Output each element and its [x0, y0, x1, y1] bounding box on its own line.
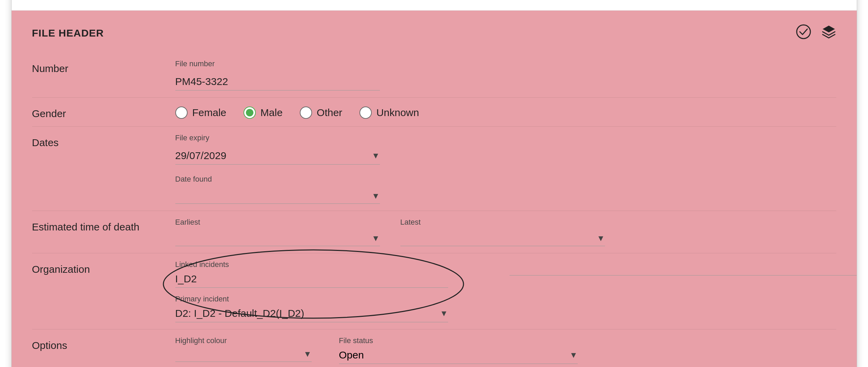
gender-unknown-option[interactable]: Unknown [359, 107, 419, 119]
latest-dropdown-arrow[interactable]: ▼ [597, 234, 605, 243]
gender-other-radio[interactable] [300, 107, 312, 119]
options-fields: Highlight colour ▼ File status Open ▼ [175, 336, 836, 364]
gender-other-label: Other [317, 107, 342, 118]
svg-point-0 [797, 25, 810, 39]
date-found-label: Date found [175, 175, 836, 184]
earliest-label: Earliest [175, 218, 380, 227]
etd-row: Estimated time of death Earliest ▼ Lates… [32, 211, 836, 253]
earliest-dropdown-arrow[interactable]: ▼ [372, 234, 380, 243]
etd-content: Earliest ▼ Latest ▼ [175, 218, 836, 246]
primary-incident-value[interactable]: D2: I_D2 - Default_D2(I_D2) ▼ [175, 305, 448, 322]
organization-row: Organization Linked incidents I_D2 [32, 253, 836, 329]
date-found-dropdown-arrow[interactable]: ▼ [372, 191, 380, 201]
options-label: Options [32, 336, 175, 351]
dates-content: File expiry 29/07/2029 ▼ Date found ▼ [175, 133, 836, 204]
linked-incidents-field: Linked incidents I_D2 [175, 260, 482, 288]
etd-label: Estimated time of death [32, 218, 175, 233]
primary-incident-text: D2: I_D2 - Default_D2(I_D2) [175, 308, 305, 319]
earliest-value[interactable]: ▼ [175, 231, 380, 246]
file-status-label: File status [339, 336, 578, 345]
expiry-dropdown-arrow[interactable]: ▼ [372, 151, 380, 160]
section-title: FILE HEADER [32, 27, 104, 39]
file-expiry-value[interactable]: 29/07/2029 ▼ [175, 147, 380, 165]
number-label: Number [32, 59, 175, 74]
form-rows: Number File number PM45-3322 Gender Fema… [32, 53, 836, 367]
gender-male-radio[interactable] [244, 107, 256, 119]
highlight-label: Highlight colour [175, 336, 312, 345]
gender-row: Gender Female Male Other [32, 98, 836, 127]
file-status-value[interactable]: Open ▼ [339, 347, 578, 364]
section-icons [796, 24, 836, 42]
number-content: File number PM45-3322 [175, 59, 836, 90]
section-header: FILE HEADER [32, 24, 836, 42]
organization-label: Organization [32, 260, 175, 275]
expiry-text: 29/07/2029 [175, 150, 226, 161]
gender-content: Female Male Other Unknown [175, 104, 836, 119]
gender-label: Gender [32, 104, 175, 119]
gender-female-option[interactable]: Female [175, 107, 226, 119]
gender-unknown-radio[interactable] [359, 107, 372, 119]
status-dropdown-arrow[interactable]: ▼ [570, 350, 578, 360]
highlight-field: Highlight colour ▼ [175, 336, 312, 362]
options-content: Highlight colour ▼ File status Open ▼ [175, 336, 836, 364]
file-status-text: Open [339, 349, 364, 361]
file-number-label: File number [175, 59, 836, 68]
modal-body: FILE HEADER [12, 11, 857, 367]
modal-title: Edit field File Information [28, 0, 171, 0]
earliest-field: Earliest ▼ [175, 218, 380, 246]
linked-incidents-label: Linked incidents [175, 260, 482, 269]
dates-row: Dates File expiry 29/07/2029 ▼ Date foun… [32, 127, 836, 211]
gender-other-option[interactable]: Other [300, 107, 342, 119]
latest-label: Latest [400, 218, 605, 227]
primary-incident-label: Primary incident [175, 295, 482, 304]
primary-incident-arrow[interactable]: ▼ [440, 309, 448, 318]
gender-female-label: Female [192, 107, 226, 118]
file-number-value[interactable]: PM45-3322 [175, 73, 380, 90]
edit-modal: Edit field File Information × FILE HEADE… [11, 0, 857, 367]
file-status-field: File status Open ▼ [339, 336, 578, 364]
dates-label: Dates [32, 133, 175, 149]
gender-unknown-label: Unknown [377, 107, 419, 118]
linked-incidents-value[interactable]: I_D2 [175, 270, 448, 288]
gender-female-radio[interactable] [175, 107, 188, 119]
org-dropdown[interactable]: ▼ [510, 260, 857, 276]
latest-value[interactable]: ▼ [400, 231, 605, 246]
layers-icon[interactable] [821, 24, 836, 42]
close-button[interactable]: × [832, 0, 840, 1]
check-icon[interactable] [796, 24, 811, 42]
modal-header: Edit field File Information × [12, 0, 857, 11]
gender-radio-group: Female Male Other Unknown [175, 104, 836, 119]
organization-content: Linked incidents I_D2 Primary incident D… [175, 260, 857, 322]
latest-field: Latest ▼ [400, 218, 605, 246]
etd-fields: Earliest ▼ Latest ▼ [175, 218, 836, 246]
highlight-dropdown-arrow[interactable]: ▼ [304, 349, 312, 359]
highlight-value[interactable]: ▼ [175, 347, 312, 362]
file-expiry-label: File expiry [175, 133, 836, 142]
gender-male-label: Male [261, 107, 283, 118]
org-dropdown-wrapper: ▼ [510, 260, 857, 279]
number-row: Number File number PM45-3322 [32, 53, 836, 98]
primary-incident-field: Primary incident D2: I_D2 - Default_D2(I… [175, 295, 482, 322]
options-row: Options Highlight colour ▼ File status [32, 329, 836, 367]
gender-male-option[interactable]: Male [244, 107, 283, 119]
date-found-value[interactable]: ▼ [175, 188, 380, 204]
